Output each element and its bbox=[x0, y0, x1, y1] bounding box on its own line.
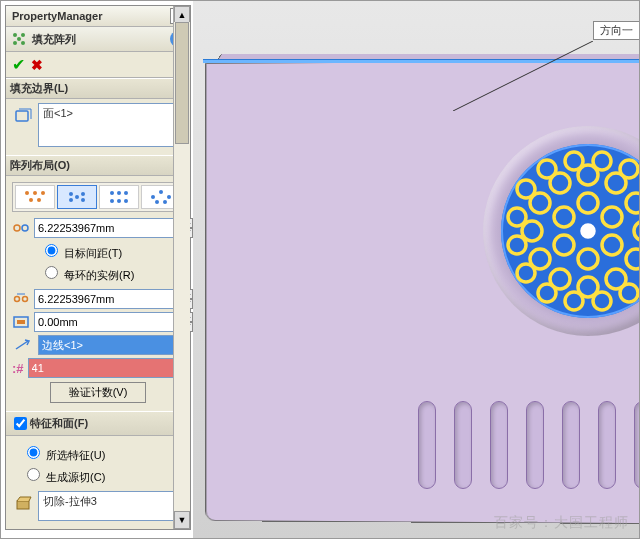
layout-opt-perforation[interactable] bbox=[15, 185, 55, 209]
instance-count-row: :# ▲▼ bbox=[12, 358, 184, 378]
model-3d[interactable]: 方向一 bbox=[193, 1, 639, 538]
pattern-holes-icon bbox=[501, 144, 639, 318]
section-header-boundary[interactable]: 填充边界(L) ⌃ bbox=[6, 79, 190, 99]
slot[interactable] bbox=[526, 401, 544, 489]
margin-row: ▲▼ bbox=[12, 312, 184, 332]
panel-scrollbar[interactable]: ▲ ▼ bbox=[173, 6, 190, 529]
margin-input[interactable] bbox=[34, 312, 180, 332]
svg-point-44 bbox=[41, 191, 45, 195]
svg-point-57 bbox=[124, 199, 128, 203]
radio-selected-features[interactable]: 所选特征(U) bbox=[22, 443, 184, 463]
scroll-track[interactable] bbox=[174, 22, 190, 513]
highlighted-edge[interactable] bbox=[203, 59, 639, 63]
feature-header: 填充阵列 ? bbox=[6, 27, 190, 52]
radio-instances-per-loop[interactable]: 每环的实例(R) bbox=[40, 263, 184, 283]
fill-pattern-preview[interactable] bbox=[501, 144, 639, 318]
svg-point-54 bbox=[124, 191, 128, 195]
slot[interactable] bbox=[562, 401, 580, 489]
feature-select-icon[interactable] bbox=[12, 491, 34, 517]
svg-point-51 bbox=[81, 198, 85, 202]
direction-callout[interactable]: 方向一 bbox=[593, 21, 639, 40]
layout-opt-circular[interactable] bbox=[57, 185, 97, 209]
loop-spacing-input[interactable] bbox=[34, 218, 180, 238]
list-item[interactable]: 面<1> bbox=[43, 106, 179, 121]
svg-point-34 bbox=[517, 180, 535, 198]
boundary-selection-list[interactable]: 面<1> bbox=[38, 103, 184, 147]
margin-icon bbox=[12, 315, 30, 329]
svg-point-66 bbox=[23, 297, 28, 302]
vent-slots bbox=[418, 401, 639, 489]
svg-point-20 bbox=[565, 152, 583, 170]
svg-point-55 bbox=[110, 199, 114, 203]
radio-create-seed-cut[interactable]: 生成源切(C) bbox=[22, 465, 184, 485]
direction-row bbox=[12, 335, 184, 355]
svg-rect-69 bbox=[17, 320, 25, 324]
svg-point-62 bbox=[163, 200, 167, 204]
svg-point-61 bbox=[155, 200, 159, 204]
instance-count-input[interactable] bbox=[28, 358, 174, 378]
pm-title: PropertyManager bbox=[12, 10, 168, 22]
svg-point-59 bbox=[151, 195, 155, 199]
svg-point-35 bbox=[538, 160, 556, 178]
features-enable-checkbox[interactable] bbox=[14, 417, 27, 430]
scroll-down-button[interactable]: ▼ bbox=[174, 511, 190, 529]
direction-edge-input[interactable] bbox=[38, 335, 184, 355]
section-title: 特征和面(F) bbox=[30, 416, 178, 431]
svg-point-10 bbox=[626, 193, 639, 213]
svg-rect-41 bbox=[16, 111, 28, 121]
section-pattern-layout: 阵列布局(O) ⌃ ▲▼ 目标间距(T) 每环的实例(R) bbox=[6, 155, 190, 411]
list-item[interactable]: 切除-拉伸3 bbox=[43, 494, 179, 509]
svg-point-43 bbox=[33, 191, 37, 195]
section-fill-boundary: 填充边界(L) ⌃ 面<1> bbox=[6, 78, 190, 155]
svg-point-1 bbox=[582, 225, 594, 237]
slot[interactable] bbox=[634, 401, 639, 489]
svg-point-11 bbox=[634, 221, 639, 241]
confirm-bar: ✔ ✖ bbox=[6, 52, 190, 78]
svg-rect-70 bbox=[17, 501, 29, 509]
cancel-button[interactable]: ✖ bbox=[31, 57, 43, 73]
svg-point-37 bbox=[21, 33, 25, 37]
pm-titlebar: PropertyManager ▣ bbox=[6, 6, 190, 27]
slot[interactable] bbox=[418, 401, 436, 489]
svg-point-42 bbox=[25, 191, 29, 195]
svg-point-38 bbox=[17, 37, 21, 41]
svg-point-64 bbox=[22, 225, 28, 231]
verify-count-button[interactable]: 验证计数(V) bbox=[50, 382, 147, 403]
section-header-features[interactable]: 特征和面(F) ⌃ bbox=[6, 412, 190, 436]
svg-point-39 bbox=[13, 41, 17, 45]
svg-point-50 bbox=[69, 198, 73, 202]
instance-spacing-input[interactable] bbox=[34, 289, 180, 309]
slot[interactable] bbox=[490, 401, 508, 489]
svg-point-7 bbox=[554, 207, 574, 227]
face-select-icon[interactable] bbox=[12, 103, 34, 129]
radio-target-spacing[interactable]: 目标间距(T) bbox=[40, 241, 184, 261]
svg-point-32 bbox=[508, 236, 526, 254]
section-header-layout[interactable]: 阵列布局(O) ⌃ bbox=[6, 156, 190, 176]
scroll-thumb[interactable] bbox=[175, 22, 189, 144]
loop-spacing-icon bbox=[12, 221, 30, 235]
svg-point-60 bbox=[167, 195, 171, 199]
svg-point-29 bbox=[565, 292, 583, 310]
count-hash-icon: :# bbox=[12, 361, 24, 376]
layout-type-group bbox=[12, 182, 184, 212]
watermark-text: 百家号：大国工程师 bbox=[494, 514, 629, 532]
direction-icon bbox=[12, 338, 34, 352]
svg-point-31 bbox=[517, 264, 535, 282]
svg-point-21 bbox=[593, 152, 611, 170]
svg-point-47 bbox=[75, 195, 79, 199]
slot[interactable] bbox=[598, 401, 616, 489]
spacing-mode-group: 目标间距(T) 每环的实例(R) bbox=[40, 241, 184, 283]
graphics-viewport[interactable]: 方向一 百家号：大国工程师 bbox=[193, 1, 639, 538]
layout-opt-square[interactable] bbox=[99, 185, 139, 209]
svg-point-12 bbox=[626, 249, 639, 269]
svg-point-2 bbox=[578, 193, 598, 213]
ok-button[interactable]: ✔ bbox=[12, 55, 25, 74]
section-title: 阵列布局(O) bbox=[10, 158, 178, 173]
slot[interactable] bbox=[454, 401, 472, 489]
svg-point-48 bbox=[69, 192, 73, 196]
svg-point-52 bbox=[110, 191, 114, 195]
feature-selection-list[interactable]: 切除-拉伸3 bbox=[38, 491, 184, 521]
svg-point-56 bbox=[117, 199, 121, 203]
svg-point-45 bbox=[29, 198, 33, 202]
instance-spacing-row: ▲▼ bbox=[12, 289, 184, 309]
